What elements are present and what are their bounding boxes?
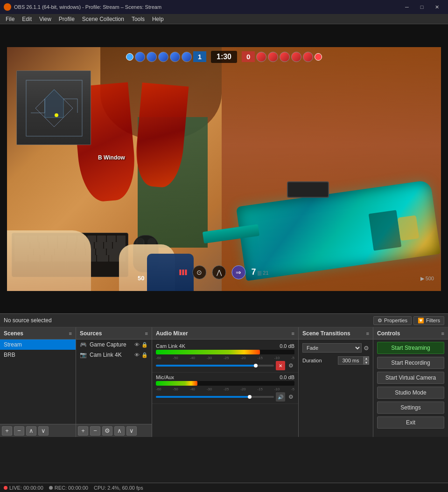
- properties-button[interactable]: ⚙ Properties: [373, 316, 412, 325]
- key-k: [95, 242, 103, 249]
- rec-status: REC: 00:00:00: [49, 485, 88, 491]
- key-p: [117, 236, 126, 242]
- hud-score-left: 1: [193, 51, 206, 62]
- source-item-cam-link[interactable]: 📷 Cam Link 4K 👁 🔒: [76, 350, 152, 360]
- scenes-down-button[interactable]: ∨: [38, 426, 49, 436]
- scene-transitions-panel: Scene Transitions ≡ Fade Cut Swipe ⚙ Dur…: [299, 327, 373, 437]
- eye-icon-game[interactable]: 👁: [134, 342, 140, 348]
- maximize-button[interactable]: □: [414, 2, 429, 12]
- title-bar: OBS 26.1.1 (64-bit, windows) - Profile: …: [0, 0, 448, 14]
- volume-slider-mic[interactable]: [156, 396, 274, 398]
- scene-item-brb[interactable]: BRB: [0, 350, 76, 360]
- sources-panel-footer: + − ⚙ ∧ ∨: [76, 424, 152, 437]
- hud-avatar-8: [280, 52, 290, 62]
- gun-grip: [369, 210, 402, 251]
- audio-mixer-panel: Audio Mixer ≡ Cam Link 4K 0.0 dB -60 -50…: [152, 327, 299, 437]
- meter-ticks-camlink: -60 -50 -40 -30 -25 -20 -15 -10 -5: [156, 356, 294, 360]
- audio-channel-mic: Mic/Aux 0.0 dB -60 -50 -40 -30 -25 -20 -…: [152, 373, 298, 404]
- sources-gear-button[interactable]: ⚙: [102, 426, 112, 436]
- vol-gear-mic[interactable]: ⚙: [287, 393, 294, 401]
- scenes-remove-button[interactable]: −: [14, 426, 24, 436]
- volume-thumb-mic[interactable]: [248, 395, 252, 399]
- mute-btn-mic[interactable]: 🔊: [276, 392, 285, 402]
- source-controls-game: 👁 🔒: [134, 342, 148, 348]
- status-bar: LIVE: 00:00:00 REC: 00:00:00 CPU: 2.4%, …: [0, 483, 448, 492]
- gun-container: [203, 137, 441, 286]
- minimize-button[interactable]: ─: [399, 2, 414, 12]
- scenes-panel-icon[interactable]: ≡: [69, 331, 72, 336]
- app-icon: [4, 3, 11, 11]
- health-pip-3: [185, 270, 187, 275]
- audio-mixer-title: Audio Mixer: [156, 330, 188, 337]
- menu-scene-collection[interactable]: Scene Collection: [78, 14, 128, 24]
- preview-area: 1 1:30 0: [0, 24, 448, 313]
- audio-channel-header-mic: Mic/Aux 0.0 dB: [156, 374, 294, 380]
- menu-view[interactable]: View: [35, 14, 55, 24]
- start-streaming-button[interactable]: Start Streaming: [377, 342, 444, 354]
- close-button[interactable]: ✕: [429, 2, 444, 12]
- controls-panel: Controls ≡ Start Streaming Start Recordi…: [373, 327, 448, 437]
- start-recording-button[interactable]: Start Recording: [377, 357, 444, 369]
- sources-panel-header: Sources ≡: [76, 327, 152, 340]
- audio-mixer-icon[interactable]: ≡: [292, 331, 294, 336]
- menu-file[interactable]: File: [2, 14, 18, 24]
- hud-avatar-3: [158, 52, 168, 62]
- scene-item-stream[interactable]: Stream: [0, 340, 76, 350]
- exit-button[interactable]: Exit: [377, 416, 444, 429]
- panels-container: Scenes ≡ Stream BRB + − ∧ ∨ Sources ≡ 🎮 …: [0, 327, 448, 437]
- sources-remove-button[interactable]: −: [90, 426, 100, 436]
- health-pip-2: [182, 270, 184, 275]
- studio-mode-button[interactable]: Studio Mode: [377, 387, 444, 399]
- settings-button[interactable]: Settings: [377, 402, 444, 414]
- meter-fill-mic: [156, 381, 197, 386]
- menu-help[interactable]: Help: [148, 14, 168, 24]
- sources-add-button[interactable]: +: [78, 426, 88, 436]
- sources-panel-icon[interactable]: ≡: [145, 331, 148, 336]
- eye-icon-cam[interactable]: 👁: [134, 352, 140, 358]
- scene-transitions-icon[interactable]: ≡: [366, 331, 369, 336]
- key-l: [104, 242, 112, 249]
- svg-point-1: [55, 113, 58, 117]
- hud-timer: 1:30: [211, 51, 237, 63]
- scene-transitions-title: Scene Transitions: [302, 330, 350, 337]
- scenes-add-button[interactable]: +: [2, 426, 12, 436]
- hud-avatar-7: [268, 52, 278, 62]
- hud-credits: ▶ 500: [420, 276, 434, 282]
- filters-button[interactable]: 🔽 Filters: [413, 316, 444, 325]
- source-item-game-capture[interactable]: 🎮 Game Capture 👁 🔒: [76, 340, 152, 350]
- sources-up-button[interactable]: ∧: [114, 426, 125, 436]
- hud-ability-3: ⇒: [231, 265, 245, 279]
- audio-channels: Cam Link 4K 0.0 dB -60 -50 -40 -30 -25 -…: [152, 340, 298, 437]
- volume-slider-camlink[interactable]: [156, 365, 274, 367]
- window-controls: ─ □ ✕: [399, 2, 444, 12]
- mute-btn-camlink[interactable]: ✕: [276, 361, 285, 370]
- no-source-bar: No source selected ⚙ Properties 🔽 Filter…: [0, 313, 448, 327]
- volume-thumb-camlink[interactable]: [254, 364, 258, 367]
- transition-gear-icon[interactable]: ⚙: [364, 345, 369, 352]
- left-hand: [7, 230, 91, 291]
- menu-tools[interactable]: Tools: [128, 14, 148, 24]
- vol-gear-camlink[interactable]: ⚙: [287, 362, 294, 369]
- menu-profile[interactable]: Profile: [55, 14, 78, 24]
- lock-icon-game[interactable]: 🔒: [141, 342, 148, 348]
- minimap-inner: [17, 71, 91, 145]
- gun-gold-detail: [398, 215, 420, 241]
- duration-down-button[interactable]: ▼: [364, 360, 369, 365]
- hud-avatar-1: [135, 52, 145, 62]
- hud-ability-1: ⊙: [192, 265, 206, 279]
- cpu-label: CPU: 2.4%, 60.00 fps: [94, 485, 143, 491]
- duration-up-button[interactable]: ▲: [364, 356, 369, 360]
- controls-content: Start Streaming Start Recording Start Vi…: [373, 340, 448, 437]
- b-window-label: B Window: [98, 154, 125, 161]
- transition-select[interactable]: Fade Cut Swipe: [302, 343, 362, 353]
- menu-edit[interactable]: Edit: [18, 14, 35, 24]
- scenes-up-button[interactable]: ∧: [26, 426, 36, 436]
- sources-down-button[interactable]: ∨: [126, 426, 137, 436]
- lock-icon-cam[interactable]: 🔒: [141, 352, 148, 358]
- audio-channel-name-camlink: Cam Link 4K: [156, 343, 185, 349]
- audio-channel-name-mic: Mic/Aux: [156, 374, 174, 380]
- scene-transitions-header: Scene Transitions ≡: [299, 327, 373, 340]
- live-dot: [4, 486, 7, 490]
- start-virtual-camera-button[interactable]: Start Virtual Camera: [377, 372, 444, 384]
- controls-panel-icon[interactable]: ≡: [441, 331, 444, 336]
